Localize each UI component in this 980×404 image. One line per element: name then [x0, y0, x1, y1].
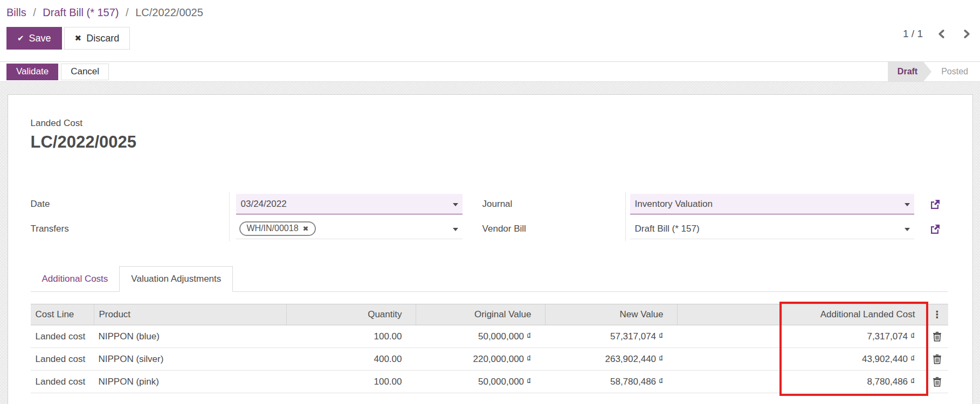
header-product[interactable]: Product [94, 304, 286, 325]
chevron-down-icon[interactable] [453, 228, 458, 231]
discard-button[interactable]: ✖ Discard [64, 27, 130, 50]
cell-product[interactable]: NIPPON (pink) [94, 371, 286, 393]
transfers-label: Transfers [31, 224, 229, 234]
table-row[interactable]: Landed cost NIPPON (silver) 400.00 220,0… [31, 348, 948, 371]
header-quantity[interactable]: Quantity [286, 304, 416, 325]
vendor-bill-label: Vendor Bill [482, 224, 625, 234]
date-value: 03/24/2022 [236, 199, 287, 210]
stage-draft[interactable]: Draft [888, 62, 931, 81]
table-row[interactable]: Landed cost NIPPON (blue) 100.00 50,000,… [31, 325, 948, 348]
tab-additional-costs[interactable]: Additional Costs [31, 267, 120, 291]
cancel-button[interactable]: Cancel [61, 64, 109, 80]
header-original-value[interactable]: Original Value [416, 304, 545, 325]
chevron-down-icon[interactable] [905, 203, 910, 206]
discard-button-label: Discard [86, 33, 119, 44]
landed-cost-form-page: Bills / Draft Bill (* 157) / LC/2022/002… [0, 0, 980, 404]
cell-additional-landed-cost[interactable]: 43,902,440 ₫ [782, 348, 926, 370]
stage-posted[interactable]: Posted [931, 62, 980, 81]
cell-original-value[interactable]: 220,000,000 ₫ [416, 348, 545, 370]
valuation-adjustments-table: Cost Line Product Quantity Original Valu… [31, 304, 948, 393]
vendor-bill-value: Draft Bill (* 157) [630, 224, 700, 234]
check-icon: ✔ [17, 33, 24, 43]
cell-additional-landed-cost[interactable]: 7,317,074 ₫ [782, 325, 926, 347]
cell-original-value[interactable]: 50,000,000 ₫ [416, 325, 545, 347]
cell-quantity[interactable]: 400.00 [286, 348, 416, 370]
cell-new-value[interactable]: 263,902,440 ₫ [545, 348, 677, 370]
save-button[interactable]: ✔ Save [6, 27, 62, 50]
breadcrumb-bills[interactable]: Bills [6, 6, 26, 18]
form-sheet: Landed Cost LC/2022/0025 Date 03/24/2022 [8, 94, 973, 404]
transfer-tag[interactable]: WH/IN/00018 ✖ [239, 221, 316, 236]
table-header-row: Cost Line Product Quantity Original Valu… [31, 304, 948, 325]
cell-additional-landed-cost[interactable]: 8,780,486 ₫ [782, 371, 926, 393]
breadcrumb-separator: / [29, 6, 40, 18]
cell-product[interactable]: NIPPON (blue) [94, 325, 286, 347]
x-icon: ✖ [75, 33, 82, 43]
content-background: Landed Cost LC/2022/0025 Date 03/24/2022 [0, 82, 980, 404]
date-field[interactable]: 03/24/2022 [236, 194, 463, 214]
breadcrumb-separator: / [122, 6, 133, 18]
stage-indicator: Draft Posted [888, 62, 980, 81]
cell-cost-line[interactable]: Landed cost [31, 371, 94, 393]
record-type-label: Landed Cost [31, 117, 948, 129]
field-groups: Date 03/24/2022 Transfers [31, 192, 948, 241]
tab-valuation-adjustments[interactable]: Valuation Adjustments [119, 266, 233, 292]
journal-field[interactable]: Inventory Valuation [630, 194, 914, 214]
table-row[interactable]: Landed cost NIPPON (pink) 100.00 50,000,… [31, 371, 948, 393]
cell-empty [677, 348, 782, 370]
cell-cost-line[interactable]: Landed cost [31, 348, 94, 370]
date-label: Date [31, 199, 229, 210]
chevron-down-icon[interactable] [905, 228, 910, 231]
cell-quantity[interactable]: 100.00 [286, 371, 416, 393]
save-button-label: Save [29, 33, 51, 44]
page-title: LC/2022/0025 [31, 131, 948, 153]
transfer-tag-label: WH/IN/00018 [247, 224, 299, 233]
journal-value: Inventory Valuation [630, 199, 713, 210]
header-additional-landed-cost[interactable]: Additional Landed Cost [782, 304, 926, 325]
optional-columns-icon[interactable]: ⋮ [933, 309, 942, 321]
cell-new-value[interactable]: 58,780,486 ₫ [545, 371, 677, 393]
notebook-tabs: Additional Costs Valuation Adjustments [31, 266, 948, 292]
chevron-left-icon[interactable] [937, 29, 947, 39]
delete-row-icon[interactable] [933, 354, 942, 364]
breadcrumb-current: LC/2022/0025 [135, 6, 203, 18]
breadcrumb: Bills / Draft Bill (* 157) / LC/2022/002… [6, 4, 972, 20]
pager: 1 / 1 [903, 28, 971, 40]
cell-product[interactable]: NIPPON (silver) [94, 348, 286, 370]
button-row: ✔ Save ✖ Discard [6, 27, 972, 50]
chevron-down-icon[interactable] [453, 203, 458, 206]
journal-label: Journal [482, 199, 625, 210]
delete-row-icon[interactable] [933, 331, 942, 342]
chevron-right-icon[interactable] [962, 29, 971, 39]
cell-new-value[interactable]: 57,317,074 ₫ [545, 325, 677, 347]
validate-button[interactable]: Validate [6, 64, 58, 80]
cell-quantity[interactable]: 100.00 [286, 325, 416, 347]
vendor-bill-external-link-icon[interactable] [928, 222, 941, 235]
cell-original-value[interactable]: 50,000,000 ₫ [416, 371, 545, 393]
breadcrumb-draft-bill[interactable]: Draft Bill (* 157) [43, 6, 119, 18]
header-cost-line[interactable]: Cost Line [31, 304, 94, 325]
tag-remove-icon[interactable]: ✖ [303, 225, 309, 233]
control-panel: Bills / Draft Bill (* 157) / LC/2022/002… [0, 0, 980, 62]
delete-row-icon[interactable] [933, 377, 942, 387]
cell-cost-line[interactable]: Landed cost [31, 325, 94, 347]
status-bar: Validate Cancel Draft Posted [0, 62, 980, 82]
header-new-value[interactable]: New Value [545, 304, 677, 325]
header-empty [677, 304, 782, 325]
vendor-bill-field[interactable]: Draft Bill (* 157) [630, 219, 914, 239]
cell-empty [677, 325, 782, 347]
journal-external-link-icon[interactable] [928, 198, 941, 211]
cell-empty [677, 371, 782, 393]
pager-count: 1 / 1 [903, 28, 923, 40]
transfers-field[interactable]: WH/IN/00018 ✖ [236, 219, 463, 239]
